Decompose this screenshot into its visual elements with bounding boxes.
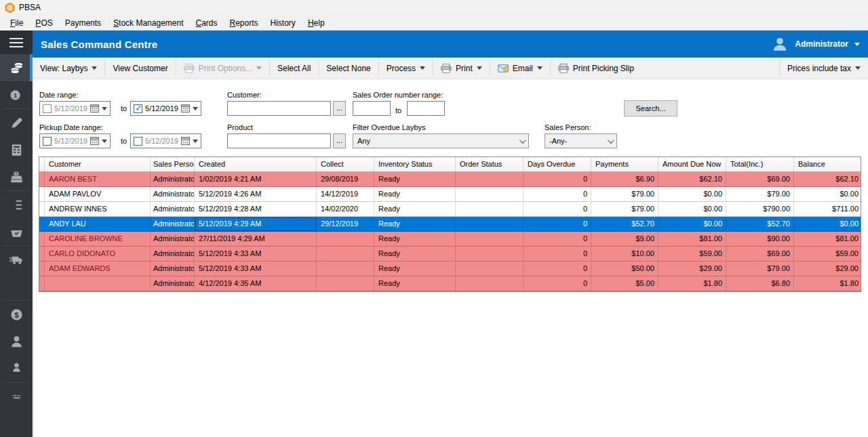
column-header-order-status[interactable]: Order Status <box>456 157 524 171</box>
date-to-checkbox[interactable] <box>134 104 142 113</box>
table-cell[interactable]: 27/11/2019 4:29 AM <box>195 232 317 247</box>
table-cell[interactable]: $0.00 <box>658 187 726 202</box>
calendar-icon[interactable] <box>90 137 99 145</box>
select-none-button[interactable]: Select None <box>319 58 378 79</box>
date-from-checkbox[interactable] <box>43 104 52 113</box>
table-cell[interactable]: $79.00 <box>591 187 658 202</box>
table-cell[interactable]: Ready <box>374 247 456 262</box>
table-cell[interactable]: $79.00 <box>591 202 658 217</box>
calendar-icon[interactable] <box>181 137 190 145</box>
table-cell[interactable] <box>317 247 374 262</box>
product-input[interactable] <box>227 133 331 148</box>
select-all-button[interactable]: Select All <box>270 58 318 79</box>
table-cell[interactable]: 5/12/2019 4:33 AM <box>195 247 317 262</box>
table-cell[interactable]: 0 <box>524 172 591 187</box>
sidebar-item-pen[interactable] <box>0 109 33 136</box>
table-cell[interactable]: $29.00 <box>794 262 862 276</box>
table-cell[interactable]: $0.00 <box>658 202 726 217</box>
menu-item-file[interactable]: File <box>4 16 29 30</box>
table-cell[interactable]: ANDREW INNES <box>45 202 151 217</box>
table-cell[interactable] <box>39 262 45 276</box>
sidebar-item-laptop-clock[interactable] <box>0 410 33 437</box>
date-from-picker[interactable]: 5/12/2019 <box>39 101 111 116</box>
table-cell[interactable]: 5/12/2019 4:29 AM <box>195 217 317 232</box>
table-cell[interactable]: $1.80 <box>658 276 726 291</box>
table-cell[interactable]: AARON BEST <box>45 172 151 187</box>
sidebar-item-person[interactable] <box>0 328 33 355</box>
table-cell[interactable]: $5.00 <box>591 276 658 291</box>
menu-item-cards[interactable]: Cards <box>189 16 223 30</box>
print-button[interactable]: Print <box>433 58 490 79</box>
table-cell[interactable]: CAROLINE BROWNE <box>45 232 151 247</box>
table-cell[interactable]: $50.00 <box>591 262 658 276</box>
menu-item-reports[interactable]: Reports <box>224 16 264 30</box>
table-cell[interactable]: $81.00 <box>794 232 862 247</box>
table-cell[interactable]: $90.00 <box>726 232 794 247</box>
sidebar-item-coins[interactable] <box>0 54 33 81</box>
table-cell[interactable] <box>456 217 524 232</box>
table-cell[interactable]: Ready <box>374 187 456 202</box>
view-customer-button[interactable]: View Customer <box>105 58 175 79</box>
date-dropdown-caret-icon[interactable] <box>102 140 107 143</box>
table-cell[interactable] <box>39 187 45 202</box>
table-cell[interactable]: 0 <box>524 217 591 232</box>
table-cell[interactable]: $9.00 <box>591 232 658 247</box>
table-cell[interactable]: 14/12/2019 <box>317 187 374 202</box>
print-options-button[interactable]: Print Options... <box>176 58 269 79</box>
menu-item-pos[interactable]: POS <box>29 16 58 30</box>
table-cell[interactable]: Administrator <box>151 217 195 232</box>
column-header-sales-person[interactable]: Sales Person <box>151 157 195 171</box>
date-dropdown-caret-icon[interactable] <box>193 140 198 143</box>
table-cell[interactable]: Administrator <box>151 262 195 276</box>
column-header-collect[interactable]: Collect <box>317 157 374 171</box>
table-cell[interactable]: 4/12/2019 4:35 AM <box>195 276 317 291</box>
customer-browse-button[interactable]: ... <box>333 101 346 116</box>
process-dropdown[interactable]: Process <box>379 58 433 79</box>
hamburger-menu-button[interactable] <box>0 30 33 54</box>
table-cell[interactable]: $59.00 <box>794 247 862 262</box>
sidebar-item-dollar-coin[interactable] <box>0 301 33 328</box>
table-cell[interactable]: $59.00 <box>658 247 726 262</box>
sidebar-item-delivery-truck[interactable] <box>0 246 33 273</box>
pickup-to-picker[interactable]: 5/12/2019 <box>130 133 201 148</box>
email-button[interactable]: Email <box>490 58 550 79</box>
table-cell[interactable] <box>456 232 524 247</box>
table-cell[interactable]: $52.70 <box>726 217 794 232</box>
table-cell[interactable]: Administrator <box>151 232 195 247</box>
column-header-balance[interactable]: Balance <box>794 157 862 171</box>
table-row[interactable]: ANDREW INNESAdministrator5/12/2019 4:28 … <box>39 202 861 217</box>
overdue-laybys-select[interactable]: Any <box>353 133 529 148</box>
table-cell[interactable]: 5/12/2019 4:28 AM <box>195 202 317 217</box>
column-header-payments[interactable]: Payments <box>591 157 658 171</box>
sidebar-item-checklist[interactable] <box>0 191 33 218</box>
table-cell[interactable]: 0 <box>524 232 591 247</box>
menu-item-stock-management[interactable]: Stock Management <box>107 16 189 30</box>
table-cell[interactable] <box>456 276 524 291</box>
sidebar-item-coin-one[interactable] <box>0 81 33 108</box>
table-cell[interactable]: $0.00 <box>794 187 862 202</box>
customer-input[interactable] <box>227 101 331 116</box>
sidebar-item-person-location[interactable] <box>0 355 33 382</box>
table-cell[interactable]: Ready <box>374 262 456 276</box>
print-picking-slip-button[interactable]: Print Picking Slip <box>551 58 642 79</box>
column-header-days-overdue[interactable]: Days Overdue <box>524 157 591 171</box>
column-header-customer[interactable]: Customer <box>45 157 151 171</box>
table-cell[interactable]: Ready <box>374 202 456 217</box>
table-cell[interactable]: $711.00 <box>794 202 862 217</box>
table-cell[interactable]: Ready <box>374 276 456 291</box>
table-cell[interactable]: Administrator <box>151 247 195 262</box>
table-cell[interactable]: Administrator <box>151 172 195 187</box>
table-cell[interactable]: Ready <box>374 232 456 247</box>
product-browse-button[interactable]: ... <box>333 133 346 148</box>
table-cell[interactable]: 29/12/2019 <box>317 217 374 232</box>
prices-include-tax-dropdown[interactable]: Prices include tax <box>780 58 868 79</box>
table-row[interactable]: Administrator4/12/2019 4:35 AMReady0$5.0… <box>39 276 861 291</box>
table-cell[interactable]: $69.00 <box>726 247 794 262</box>
pickup-from-checkbox[interactable] <box>43 137 52 146</box>
table-cell[interactable]: $79.00 <box>726 187 794 202</box>
table-cell[interactable]: 5/12/2019 4:26 AM <box>195 187 317 202</box>
menu-item-help[interactable]: Help <box>302 16 331 30</box>
table-cell[interactable] <box>317 232 374 247</box>
table-cell[interactable] <box>39 276 45 291</box>
table-cell[interactable]: ADAM PAVLOV <box>45 187 151 202</box>
